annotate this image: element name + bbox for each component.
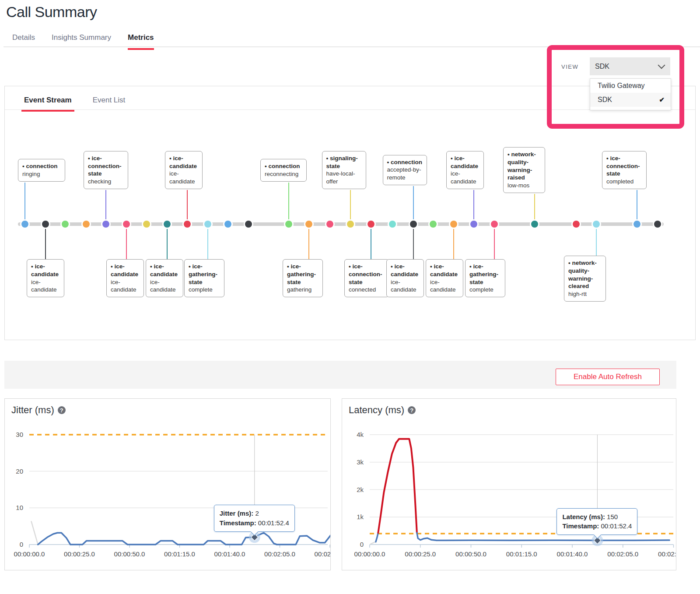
timeline-event-dot[interactable] (366, 219, 376, 229)
svg-text:00:01:40.0: 00:01:40.0 (557, 550, 588, 558)
jitter-chart-panel: Jitter (ms) ? 010203000:00:00.000:00:25.… (4, 398, 331, 570)
event-detail: reconnecting (265, 170, 302, 178)
event-detail: accepted-by-remote (387, 166, 423, 182)
svg-text:3k: 3k (357, 458, 364, 466)
svg-text:0: 0 (20, 541, 23, 548)
timeline-event-dot[interactable] (571, 219, 581, 229)
chart-svg: 010203000:00:00.000:00:25.000:00:50.000:… (5, 399, 331, 570)
timeline-connector (413, 224, 414, 259)
svg-text:00:02:05.0: 00:02:05.0 (264, 550, 295, 558)
event-name: • ice-connection-state (88, 155, 124, 178)
help-icon[interactable]: ? (58, 406, 66, 414)
timeline-event-dot[interactable] (284, 219, 294, 229)
timeline-event-dot[interactable] (490, 219, 499, 229)
timeline-event-dot[interactable] (592, 219, 601, 229)
help-icon[interactable]: ? (408, 406, 416, 414)
timeline-event-label: • network-quality-warning-clearedhigh-rt… (564, 256, 606, 302)
timeline-event-dot[interactable] (101, 219, 111, 229)
timeline-event-dot[interactable] (41, 219, 50, 229)
svg-text:20: 20 (16, 467, 23, 475)
refresh-bar: Enable Auto Refresh (4, 361, 676, 389)
event-detail: connected (349, 286, 385, 294)
event-name: • ice-candidate (150, 263, 179, 278)
timeline-event-dot[interactable] (20, 219, 30, 229)
timeline-event-label: • ice-candidateice-candidate (386, 259, 424, 297)
event-name: • ice-candidate (391, 263, 420, 278)
timeline-event-dot[interactable] (428, 219, 438, 229)
view-option-sdk[interactable]: SDK ✔ (590, 93, 671, 107)
timeline-event-dot[interactable] (142, 219, 151, 229)
timeline-event-dot[interactable] (60, 219, 70, 229)
timeline-event-dot[interactable] (409, 219, 418, 229)
timeline-event-dot[interactable] (304, 219, 314, 229)
event-detail: checking (88, 178, 124, 186)
timeline-event-dot[interactable] (223, 219, 233, 229)
chevron-down-icon (658, 62, 665, 69)
timeline-event-label: • ice-candidateice-candidate (446, 151, 484, 189)
view-dropdown-menu: Twilio Gateway SDK ✔ (590, 78, 671, 110)
timeline-event-dot[interactable] (346, 219, 355, 229)
timeline-event-dot[interactable] (122, 219, 131, 229)
svg-text:4k: 4k (357, 431, 364, 438)
main-tabs: Details Insights Summary Metrics (12, 33, 154, 50)
timeline-event-dot[interactable] (244, 219, 253, 229)
jitter-chart-title: Jitter (ms) (11, 404, 54, 416)
event-name: • signaling-state (326, 155, 362, 170)
event-stream-panel: Event Stream Event List • connectionring… (4, 86, 696, 340)
timeline-event-dot[interactable] (182, 219, 192, 229)
svg-text:0: 0 (360, 541, 364, 548)
view-option-twilio-gateway[interactable]: Twilio Gateway (590, 79, 671, 93)
svg-text:00:00:00.0: 00:00:00.0 (354, 550, 385, 558)
timeline-event-label: • ice-connection-statecompleted (602, 151, 647, 189)
tab-details[interactable]: Details (12, 33, 35, 50)
timeline-connector (453, 224, 454, 259)
enable-auto-refresh-button[interactable]: Enable Auto Refresh (556, 369, 660, 385)
timeline-event-dot[interactable] (203, 219, 213, 229)
timeline-event-dot[interactable] (388, 219, 397, 229)
jitter-chart-plot[interactable]: 010203000:00:00.000:00:25.000:00:50.000:… (5, 399, 330, 570)
event-name: • connection (387, 158, 423, 166)
chart-tooltip: Jitter (ms): 2Timestamp: 00:01:52.4 (214, 505, 295, 532)
svg-text:2k: 2k (357, 486, 364, 493)
timeline-event-dot[interactable] (162, 219, 172, 229)
chart-tooltip: Latency (ms): 150Timestamp: 00:01:52.4 (556, 508, 637, 535)
svg-text:00:00:50.0: 00:00:50.0 (455, 550, 486, 558)
svg-text:1k: 1k (357, 513, 364, 520)
timeline-event-dot[interactable] (653, 219, 662, 229)
event-detail: high-rtt (568, 290, 602, 298)
timeline-connector (494, 224, 495, 259)
event-name: • network-quality-warning-cleared (568, 259, 602, 290)
svg-text:00:02:05.0: 00:02:05.0 (607, 550, 638, 558)
latency-chart-plot[interactable]: 01k2k3k4k00:00:00.000:00:25.000:00:50.00… (342, 399, 676, 570)
chart-svg: 01k2k3k4k00:00:00.000:00:25.000:00:50.00… (342, 399, 676, 570)
event-detail: completed (606, 178, 642, 186)
timeline-event-dot[interactable] (81, 219, 91, 229)
timeline-event-dot[interactable] (632, 219, 642, 229)
timeline-event-label: • ice-candidateice-candidate (106, 259, 144, 297)
timeline-connector (288, 183, 289, 224)
latency-chart-panel: Latency (ms) ? 01k2k3k4k00:00:00.000:00:… (342, 398, 676, 570)
timeline-event-label: • ice-gathering-statecomplete (465, 259, 505, 297)
timeline-event-dot[interactable] (469, 219, 479, 229)
timeline-event-dot[interactable] (530, 219, 539, 229)
timeline-bar (18, 222, 664, 226)
event-name: • ice-gathering-state (469, 263, 501, 286)
event-name: • connection (22, 162, 61, 170)
event-detail: have-local-offer (326, 170, 362, 186)
svg-text:00:00:25.0: 00:00:25.0 (405, 550, 436, 558)
timeline-event-label: • network-quality-warning-raisedlow-mos (503, 147, 545, 193)
event-detail: low-mos (508, 182, 541, 190)
view-dropdown[interactable]: SDK (590, 57, 670, 75)
tab-metrics[interactable]: Metrics (128, 33, 154, 50)
timeline-event-label: • ice-gathering-stategathering (283, 259, 323, 297)
timeline-event-dot[interactable] (325, 219, 335, 229)
timeline-event-label: • connectionringing (18, 159, 65, 182)
timeline-event-dot[interactable] (449, 219, 458, 229)
timeline-connector (371, 224, 371, 259)
tab-insights-summary[interactable]: Insights Summary (52, 33, 111, 50)
timeline-event-label: • ice-candidateice-candidate (27, 259, 64, 297)
svg-text:00:02:30.0: 00:02:30.0 (658, 550, 676, 558)
tabs-divider (4, 46, 700, 47)
event-name: • ice-candidate (430, 263, 459, 278)
timeline-event-label: • ice-connection-stateconnected (344, 259, 389, 297)
